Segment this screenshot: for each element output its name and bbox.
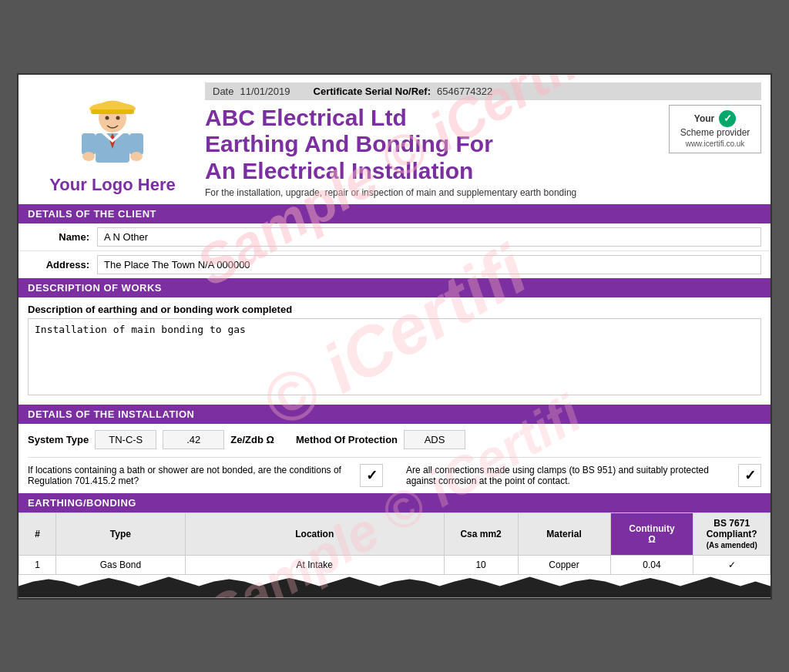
title-block: ABC Electrical Ltd Earthing And Bonding … (205, 105, 658, 199)
install-check1: ✓ (360, 464, 383, 487)
install-row1: System Type TN-C-S .42 Ze/Zdb Ω Method O… (28, 430, 761, 449)
logo-area: Your Logo Here (28, 82, 197, 200)
row1-bs: ✓ (693, 555, 771, 574)
works-section: Description of earthing and or bonding w… (18, 297, 771, 405)
date-serial-bar: Date 11/01/2019 Certificate Serial No/Re… (205, 82, 761, 100)
th-hash: # (19, 512, 56, 555)
scheme-badge: Your ✓ Scheme provider www.icertifi.co.u… (669, 105, 761, 153)
eb-section: # Type Location Csa mm2 Material Continu… (18, 512, 771, 575)
svg-rect-7 (82, 133, 96, 155)
svg-point-11 (106, 116, 109, 119)
client-section-header: DETAILS OF THE CLIENT (18, 204, 771, 223)
logo-icon (74, 87, 151, 172)
scheme-check-icon: ✓ (719, 110, 736, 127)
row1-location: At Intake (185, 555, 444, 574)
install-section-header: DETAILS OF THE INSTALLATION (18, 405, 771, 424)
install-check2: ✓ (738, 464, 761, 487)
header: Your Logo Here Date 11/01/2019 Certifica… (18, 75, 771, 204)
certificate-page: Sample © iCertifi © iCertifi Sample © iC… (17, 73, 772, 600)
subtitle: For the installation, upgrade, repair or… (205, 187, 658, 198)
method-label: Method Of Protection (296, 434, 398, 445)
row1-continuity: 0.04 (610, 555, 693, 574)
scheme-provider-label: Scheme provider (680, 127, 750, 138)
header-top-row: Your Logo Here Date 11/01/2019 Certifica… (28, 82, 761, 200)
row1-hash: 1 (19, 555, 56, 574)
install-q1: If locations containing a bath or shower… (28, 465, 360, 486)
th-csa: Csa mm2 (444, 512, 518, 555)
scheme-url: www.icertifi.co.uk (686, 139, 745, 148)
svg-point-9 (82, 152, 95, 161)
header-right: Date 11/01/2019 Certificate Serial No/Re… (197, 82, 761, 199)
svg-rect-8 (129, 133, 143, 155)
th-type: Type (55, 512, 185, 555)
works-inner: Description of earthing and or bonding w… (18, 297, 771, 405)
serial-label: Certificate Serial No/Ref: (314, 86, 431, 97)
name-row: Name: A N Other (18, 223, 771, 251)
row1-csa: 10 (444, 555, 518, 574)
client-section: Name: A N Other Address: The Place The T… (18, 223, 771, 278)
install-section: System Type TN-C-S .42 Ze/Zdb Ω Method O… (18, 424, 771, 493)
logo-text: Your Logo Here (49, 175, 175, 195)
name-label: Name: (28, 231, 97, 243)
row1-type: Gas Bond (55, 555, 185, 574)
install-q2: Are all connections made using clamps (t… (398, 465, 738, 486)
date-label: Date (213, 86, 233, 97)
eb-table: # Type Location Csa mm2 Material Continu… (18, 512, 771, 575)
th-bs: BS 7671Compliant?(As amended) (693, 512, 771, 555)
bottom-wave (18, 575, 771, 598)
th-location: Location (185, 512, 444, 555)
system-type-label: System Type (28, 434, 89, 445)
scheme-your-label: Your (694, 113, 714, 124)
ze-zdb-label: Ze/Zdb Ω (230, 434, 274, 445)
th-continuity: ContinuityΩ (610, 512, 693, 555)
svg-point-12 (116, 116, 120, 119)
date-value: 11/01/2019 (240, 86, 290, 97)
svg-point-10 (130, 152, 143, 161)
works-section-header: DESCRIPTION OF WORKS (18, 278, 771, 297)
system-type-value: TN-C-S (95, 430, 156, 449)
method-value: ADS (404, 430, 465, 449)
works-textarea[interactable]: Installation of main bonding to gas (28, 318, 761, 395)
main-title: ABC Electrical Ltd Earthing And Bonding … (205, 105, 658, 185)
eb-section-header: EARTHING/BONDING (18, 493, 771, 512)
row1-material: Copper (518, 555, 610, 574)
ze-zdb-value: .42 (163, 430, 224, 449)
serial-value: 6546774322 (437, 86, 492, 97)
address-label: Address: (28, 259, 97, 270)
address-row: Address: The Place The Town N/A 000000 (18, 251, 771, 278)
svg-rect-3 (91, 109, 134, 114)
works-desc-label: Description of earthing and or bonding w… (28, 304, 761, 315)
scheme-badge-top: Your ✓ (694, 110, 736, 127)
th-material: Material (518, 512, 610, 555)
table-row: 1 Gas Bond At Intake 10 Copper 0.04 ✓ (19, 555, 771, 574)
name-value: A N Other (97, 227, 761, 247)
title-scheme-row: ABC Electrical Ltd Earthing And Bonding … (205, 105, 761, 199)
install-inner: System Type TN-C-S .42 Ze/Zdb Ω Method O… (18, 424, 771, 493)
install-row2: If locations containing a bath or shower… (28, 457, 761, 487)
address-value: The Place The Town N/A 000000 (97, 255, 761, 274)
